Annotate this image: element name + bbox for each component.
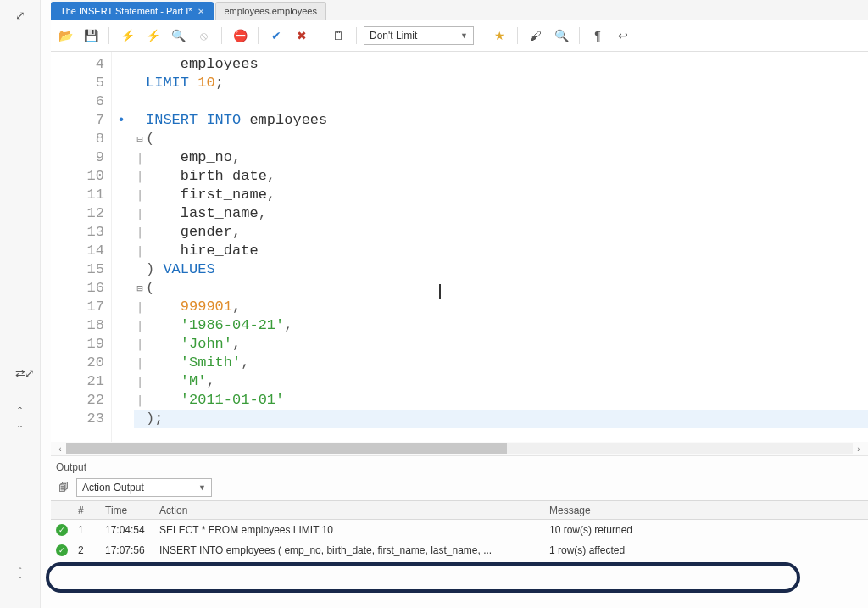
separator	[108, 27, 109, 44]
row-selectors[interactable]: ˆˇ	[0, 564, 41, 589]
separator	[320, 27, 320, 44]
output-panel-label: Output	[51, 455, 868, 475]
open-file-icon[interactable]: 📂	[54, 25, 76, 46]
cell-action: INSERT INTO employees ( emp_no, birth_da…	[154, 543, 544, 558]
output-toolbar: 🗐 Action Output ▼	[51, 475, 868, 500]
tab-inactive[interactable]: employees.employees	[215, 2, 326, 20]
scroll-left-icon[interactable]: ‹	[54, 444, 66, 454]
chevron-down-icon: ▼	[198, 483, 206, 492]
tab-label: The INSERT Statement - Part I*	[60, 6, 192, 16]
output-type-combo[interactable]: Action Output ▼	[76, 478, 212, 497]
save-icon[interactable]: 💾	[80, 25, 102, 46]
scroll-down-icon[interactable]: ˇ	[12, 422, 29, 439]
status-ok-icon: ✓	[56, 524, 68, 536]
brush-icon[interactable]: 🖌	[525, 25, 547, 46]
separator	[258, 27, 259, 44]
output-grid: # Time Action Message ✓ 1 17:04:54 SELEC…	[51, 500, 868, 561]
wrap-icon[interactable]: ↩	[612, 25, 634, 46]
beautify-icon[interactable]: ★	[488, 25, 510, 46]
col-time[interactable]: Time	[100, 503, 154, 518]
execute-icon[interactable]: ⚡	[116, 25, 138, 46]
marker-gutter: •	[112, 52, 131, 442]
grid-header: # Time Action Message	[51, 501, 868, 520]
chevron-down-icon: ▼	[460, 31, 468, 40]
cell-time: 17:04:54	[100, 522, 154, 538]
output-type-value: Action Output	[82, 482, 144, 494]
code-area[interactable]: employees LIMIT 10; INSERT INTO employee…	[131, 52, 868, 442]
separator	[579, 27, 580, 44]
commit-icon[interactable]: ✔	[265, 25, 287, 46]
whitespace-icon[interactable]: ¶	[587, 25, 609, 46]
scroll-right-icon[interactable]: ›	[853, 444, 865, 454]
col-idx[interactable]: #	[73, 503, 100, 518]
cell-time: 17:07:56	[100, 543, 154, 558]
line-numbers: 4567891011121314151617181920212223	[51, 52, 112, 442]
execute-current-icon[interactable]: ⚡	[142, 25, 164, 46]
grid-row[interactable]: ✓ 1 17:04:54 SELECT * FROM employees LIM…	[51, 520, 868, 540]
limit-combo[interactable]: Don't Limit ▼	[364, 26, 474, 45]
tab-active[interactable]: The INSERT Statement - Part I* ✕	[51, 2, 214, 20]
toolbar: 📂 💾 ⚡ ⚡ 🔍 ⦸ ⛔ ✔ ✖ 🗒 Don't Limit ▼ ★ 🖌 🔍 …	[51, 20, 868, 52]
cell-idx: 2	[73, 543, 100, 558]
rollback-icon[interactable]: ✖	[291, 25, 313, 46]
search-icon[interactable]: 🔍	[550, 25, 572, 46]
tabbar: The INSERT Statement - Part I* ✕ employe…	[51, 0, 868, 20]
close-icon[interactable]: ✕	[198, 7, 204, 16]
limit-value: Don't Limit	[370, 30, 417, 42]
cell-message: 1 row(s) affected	[544, 543, 765, 558]
separator	[356, 27, 357, 44]
stop-icon: ⦸	[192, 25, 214, 46]
toggle-icon[interactable]: ⛔	[229, 25, 251, 46]
scroll-up-icon[interactable]: ˆ	[12, 404, 29, 421]
separator	[481, 27, 481, 44]
tab-label: employees.employees	[225, 6, 317, 16]
cell-action: SELECT * FROM employees LIMIT 10	[154, 522, 544, 538]
sql-editor[interactable]: 4567891011121314151617181920212223 • emp…	[51, 52, 868, 442]
collapse-icon[interactable]: ⤢	[21, 365, 38, 382]
autocommit-icon[interactable]: 🗒	[327, 25, 349, 46]
horizontal-scrollbar[interactable]: ‹ ›	[51, 442, 868, 455]
separator	[221, 27, 222, 44]
col-message[interactable]: Message	[544, 503, 765, 518]
scroll-thumb[interactable]	[66, 443, 507, 454]
grid-row[interactable]: ✓ 2 17:07:56 INSERT INTO employees ( emp…	[51, 540, 868, 561]
clear-icon[interactable]: 🗐	[56, 480, 71, 495]
separator	[517, 27, 518, 44]
explain-icon[interactable]: 🔍	[167, 25, 189, 46]
status-ok-icon: ✓	[56, 544, 68, 556]
col-action[interactable]: Action	[154, 503, 544, 518]
text-cursor-icon	[439, 284, 441, 299]
left-gutter: ⤢ ⇄ ⤢ ˆ ˇ	[0, 0, 41, 608]
cell-idx: 1	[73, 522, 100, 538]
scroll-track[interactable]	[66, 443, 853, 454]
cell-message: 10 row(s) returned	[544, 522, 765, 538]
expand-icon[interactable]: ⤢	[12, 7, 29, 24]
